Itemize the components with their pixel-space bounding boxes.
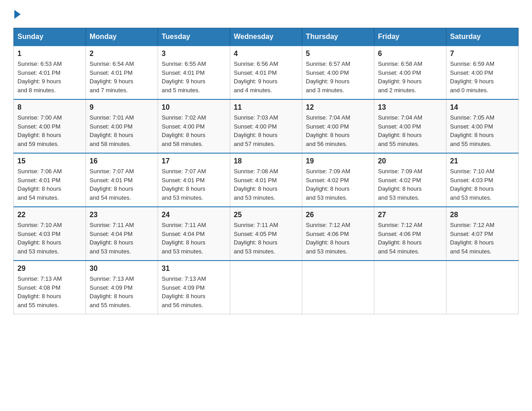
day-cell: 12 Sunrise: 7:04 AM Sunset: 4:00 PM Dayl… — [302, 99, 374, 153]
header-cell-thursday: Thursday — [302, 28, 374, 46]
day-number: 1 — [17, 50, 82, 58]
day-number: 28 — [450, 211, 515, 219]
day-number: 10 — [162, 103, 226, 111]
day-cell: 14 Sunrise: 7:05 AM Sunset: 4:00 PM Dayl… — [446, 99, 519, 153]
day-number: 8 — [17, 103, 82, 111]
day-info: Sunrise: 6:54 AM Sunset: 4:01 PM Dayligh… — [90, 60, 154, 94]
day-cell: 31 Sunrise: 7:13 AM Sunset: 4:09 PM Dayl… — [158, 261, 230, 314]
day-cell: 11 Sunrise: 7:03 AM Sunset: 4:00 PM Dayl… — [230, 99, 302, 153]
day-cell: 20 Sunrise: 7:09 AM Sunset: 4:02 PM Dayl… — [374, 153, 446, 207]
week-row-5: 29 Sunrise: 7:13 AM Sunset: 4:08 PM Dayl… — [14, 261, 519, 314]
day-cell — [302, 261, 374, 314]
day-cell: 29 Sunrise: 7:13 AM Sunset: 4:08 PM Dayl… — [14, 261, 86, 314]
day-cell: 9 Sunrise: 7:01 AM Sunset: 4:00 PM Dayli… — [86, 99, 158, 153]
day-info: Sunrise: 7:12 AM Sunset: 4:07 PM Dayligh… — [450, 221, 515, 256]
day-info: Sunrise: 7:05 AM Sunset: 4:00 PM Dayligh… — [450, 113, 515, 148]
day-number: 4 — [234, 50, 298, 58]
calendar-body: 1 Sunrise: 6:53 AM Sunset: 4:01 PM Dayli… — [14, 46, 519, 314]
day-info: Sunrise: 7:00 AM Sunset: 4:00 PM Dayligh… — [17, 113, 82, 148]
day-info: Sunrise: 7:07 AM Sunset: 4:01 PM Dayligh… — [90, 167, 154, 202]
day-info: Sunrise: 7:04 AM Sunset: 4:00 PM Dayligh… — [306, 113, 370, 148]
day-cell: 28 Sunrise: 7:12 AM Sunset: 4:07 PM Dayl… — [446, 207, 519, 261]
header-cell-sunday: Sunday — [14, 28, 86, 46]
day-info: Sunrise: 7:01 AM Sunset: 4:00 PM Dayligh… — [90, 113, 154, 148]
header-cell-wednesday: Wednesday — [230, 28, 302, 46]
day-cell: 24 Sunrise: 7:11 AM Sunset: 4:04 PM Dayl… — [158, 207, 230, 261]
day-info: Sunrise: 6:55 AM Sunset: 4:01 PM Dayligh… — [162, 60, 226, 94]
day-info: Sunrise: 7:03 AM Sunset: 4:00 PM Dayligh… — [234, 113, 298, 148]
header-cell-tuesday: Tuesday — [158, 28, 230, 46]
calendar-table: SundayMondayTuesdayWednesdayThursdayFrid… — [13, 28, 519, 314]
header-cell-saturday: Saturday — [446, 28, 519, 46]
day-info: Sunrise: 7:12 AM Sunset: 4:06 PM Dayligh… — [378, 221, 442, 256]
day-info: Sunrise: 7:11 AM Sunset: 4:04 PM Dayligh… — [90, 221, 154, 256]
logo — [13, 9, 21, 19]
day-cell: 17 Sunrise: 7:07 AM Sunset: 4:01 PM Dayl… — [158, 153, 230, 207]
header-cell-monday: Monday — [86, 28, 158, 46]
day-number: 24 — [162, 211, 226, 219]
day-number: 19 — [306, 157, 370, 165]
day-cell: 2 Sunrise: 6:54 AM Sunset: 4:01 PM Dayli… — [86, 46, 158, 99]
day-cell — [374, 261, 446, 314]
page-header — [13, 9, 519, 19]
day-number: 23 — [90, 211, 154, 219]
day-info: Sunrise: 7:13 AM Sunset: 4:08 PM Dayligh… — [17, 274, 82, 309]
day-cell: 22 Sunrise: 7:10 AM Sunset: 4:03 PM Dayl… — [14, 207, 86, 261]
day-number: 20 — [378, 157, 442, 165]
week-row-3: 15 Sunrise: 7:06 AM Sunset: 4:01 PM Dayl… — [14, 153, 519, 207]
week-row-4: 22 Sunrise: 7:10 AM Sunset: 4:03 PM Dayl… — [14, 207, 519, 261]
day-info: Sunrise: 6:58 AM Sunset: 4:00 PM Dayligh… — [378, 60, 442, 94]
day-cell: 26 Sunrise: 7:12 AM Sunset: 4:06 PM Dayl… — [302, 207, 374, 261]
day-info: Sunrise: 7:10 AM Sunset: 4:03 PM Dayligh… — [450, 167, 515, 202]
day-number: 6 — [378, 50, 442, 58]
day-info: Sunrise: 7:11 AM Sunset: 4:04 PM Dayligh… — [162, 221, 226, 256]
day-cell — [230, 261, 302, 314]
day-cell: 23 Sunrise: 7:11 AM Sunset: 4:04 PM Dayl… — [86, 207, 158, 261]
week-row-1: 1 Sunrise: 6:53 AM Sunset: 4:01 PM Dayli… — [14, 46, 519, 99]
day-number: 13 — [378, 103, 442, 111]
day-cell: 8 Sunrise: 7:00 AM Sunset: 4:00 PM Dayli… — [14, 99, 86, 153]
day-number: 22 — [17, 211, 82, 219]
day-cell: 1 Sunrise: 6:53 AM Sunset: 4:01 PM Dayli… — [14, 46, 86, 99]
day-number: 21 — [450, 157, 515, 165]
day-cell: 21 Sunrise: 7:10 AM Sunset: 4:03 PM Dayl… — [446, 153, 519, 207]
week-row-2: 8 Sunrise: 7:00 AM Sunset: 4:00 PM Dayli… — [14, 99, 519, 153]
day-info: Sunrise: 7:10 AM Sunset: 4:03 PM Dayligh… — [17, 221, 82, 256]
logo-arrow-icon — [14, 10, 21, 19]
day-number: 9 — [90, 103, 154, 111]
day-info: Sunrise: 7:02 AM Sunset: 4:00 PM Dayligh… — [162, 113, 226, 148]
day-info: Sunrise: 7:11 AM Sunset: 4:05 PM Dayligh… — [234, 221, 298, 256]
day-cell — [446, 261, 519, 314]
day-number: 15 — [17, 157, 82, 165]
day-cell: 16 Sunrise: 7:07 AM Sunset: 4:01 PM Dayl… — [86, 153, 158, 207]
day-number: 27 — [378, 211, 442, 219]
day-cell: 4 Sunrise: 6:56 AM Sunset: 4:01 PM Dayli… — [230, 46, 302, 99]
day-number: 29 — [17, 265, 82, 273]
day-cell: 3 Sunrise: 6:55 AM Sunset: 4:01 PM Dayli… — [158, 46, 230, 99]
day-number: 31 — [162, 265, 226, 273]
day-cell: 10 Sunrise: 7:02 AM Sunset: 4:00 PM Dayl… — [158, 99, 230, 153]
day-number: 5 — [306, 50, 370, 58]
day-info: Sunrise: 7:09 AM Sunset: 4:02 PM Dayligh… — [306, 167, 370, 202]
day-number: 26 — [306, 211, 370, 219]
day-cell: 15 Sunrise: 7:06 AM Sunset: 4:01 PM Dayl… — [14, 153, 86, 207]
day-number: 30 — [90, 265, 154, 273]
day-info: Sunrise: 7:06 AM Sunset: 4:01 PM Dayligh… — [17, 167, 82, 202]
day-number: 2 — [90, 50, 154, 58]
day-number: 12 — [306, 103, 370, 111]
day-info: Sunrise: 6:53 AM Sunset: 4:01 PM Dayligh… — [17, 60, 82, 94]
day-cell: 7 Sunrise: 6:59 AM Sunset: 4:00 PM Dayli… — [446, 46, 519, 99]
day-cell: 18 Sunrise: 7:08 AM Sunset: 4:01 PM Dayl… — [230, 153, 302, 207]
day-info: Sunrise: 7:07 AM Sunset: 4:01 PM Dayligh… — [162, 167, 226, 202]
day-cell: 13 Sunrise: 7:04 AM Sunset: 4:00 PM Dayl… — [374, 99, 446, 153]
day-number: 17 — [162, 157, 226, 165]
day-number: 3 — [162, 50, 226, 58]
day-number: 11 — [234, 103, 298, 111]
calendar-header: SundayMondayTuesdayWednesdayThursdayFrid… — [14, 28, 519, 46]
day-info: Sunrise: 7:13 AM Sunset: 4:09 PM Dayligh… — [90, 274, 154, 309]
day-info: Sunrise: 7:09 AM Sunset: 4:02 PM Dayligh… — [378, 167, 442, 202]
header-row: SundayMondayTuesdayWednesdayThursdayFrid… — [14, 28, 519, 46]
day-cell: 25 Sunrise: 7:11 AM Sunset: 4:05 PM Dayl… — [230, 207, 302, 261]
day-cell: 5 Sunrise: 6:57 AM Sunset: 4:00 PM Dayli… — [302, 46, 374, 99]
day-number: 25 — [234, 211, 298, 219]
